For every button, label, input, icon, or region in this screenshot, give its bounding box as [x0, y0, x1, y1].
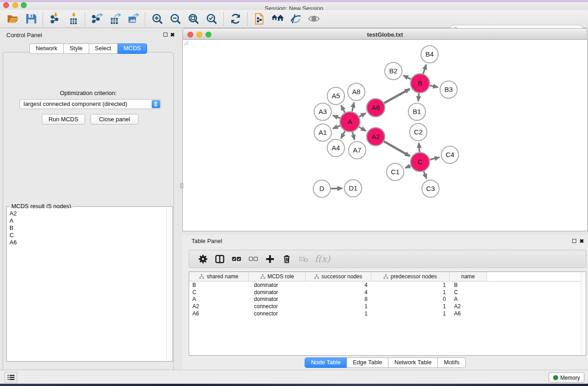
- tab-network-table[interactable]: Network Table: [388, 357, 438, 368]
- table-cell[interactable]: 1: [371, 310, 449, 317]
- table-cell[interactable]: dominator: [249, 289, 306, 296]
- table-cell[interactable]: dominator: [249, 295, 306, 303]
- node-D1[interactable]: D1: [344, 180, 362, 197]
- tab-select[interactable]: Select: [89, 43, 118, 54]
- tab-style[interactable]: Style: [64, 43, 89, 54]
- table-row[interactable]: Bdominator41B: [189, 281, 586, 289]
- zoom-in-button[interactable]: [148, 11, 166, 27]
- table-float-panel-icon[interactable]: [572, 239, 576, 243]
- table-cell[interactable]: 0: [371, 295, 449, 303]
- network-from-file-button[interactable]: [250, 11, 268, 27]
- tab-mcds[interactable]: MCDS: [118, 43, 147, 54]
- split-view-button[interactable]: [211, 252, 228, 266]
- export-image-button[interactable]: [124, 11, 142, 27]
- open-session-button[interactable]: [4, 11, 22, 27]
- delete-column-button[interactable]: [278, 252, 295, 266]
- mcds-result-item[interactable]: A: [10, 217, 166, 224]
- table-cell[interactable]: 1: [306, 303, 371, 310]
- table-cell[interactable]: 1: [306, 310, 371, 317]
- node-C[interactable]: C: [411, 152, 430, 172]
- column-header-successor-nodes[interactable]: successor nodes: [306, 272, 371, 281]
- node-B2[interactable]: B2: [385, 62, 402, 80]
- table-cell[interactable]: A: [189, 295, 249, 303]
- node-C3[interactable]: C3: [422, 180, 439, 197]
- show-hide-eye-button[interactable]: [305, 11, 323, 27]
- node-B3[interactable]: B3: [440, 81, 457, 98]
- node-A5[interactable]: A5: [327, 87, 344, 105]
- import-table-button[interactable]: [64, 11, 82, 27]
- add-column-button[interactable]: [262, 252, 278, 266]
- mcds-result-item[interactable]: A6: [10, 239, 166, 246]
- mcds-result-item[interactable]: A2: [10, 210, 166, 217]
- table-cell[interactable]: B: [449, 281, 487, 289]
- close-panel-icon[interactable]: ✖: [170, 32, 175, 38]
- node-A7[interactable]: A7: [349, 142, 366, 159]
- column-header-MCDS-role[interactable]: MCDS role: [249, 272, 306, 281]
- node-A[interactable]: A: [340, 112, 360, 132]
- float-panel-icon[interactable]: [163, 33, 167, 37]
- deselect-all-checkboxes-button[interactable]: [245, 252, 262, 266]
- mcds-result-item[interactable]: C: [10, 232, 166, 239]
- node-D[interactable]: D: [313, 180, 330, 197]
- table-cell[interactable]: connector: [249, 303, 306, 310]
- node-A4[interactable]: A4: [327, 139, 344, 157]
- table-cell[interactable]: connector: [249, 310, 306, 317]
- close-panel-button[interactable]: Close panel: [91, 114, 139, 124]
- node-C2[interactable]: C2: [410, 124, 427, 141]
- table-cell[interactable]: C: [449, 289, 487, 296]
- node-A3[interactable]: A3: [314, 103, 331, 120]
- column-header-shared-name[interactable]: shared name: [189, 272, 249, 281]
- save-session-button[interactable]: [22, 11, 40, 27]
- table-row[interactable]: Adominator80A: [189, 295, 586, 303]
- table-cell[interactable]: B: [189, 281, 249, 289]
- column-header-name[interactable]: name: [449, 272, 487, 281]
- tab-node-table[interactable]: Node Table: [305, 357, 347, 368]
- toggle-graphics-details-button[interactable]: [287, 11, 305, 27]
- tab-network[interactable]: Network: [29, 43, 64, 54]
- export-table-button[interactable]: [106, 11, 124, 27]
- node-C4[interactable]: C4: [441, 146, 459, 163]
- column-header-predecessor-nodes[interactable]: predecessor nodes: [371, 272, 449, 281]
- zoom-selected-button[interactable]: [202, 11, 220, 27]
- network-canvas[interactable]: B4B2BB3B1A5A8A3A6AA1A4A7A2C2CC4C1C3DD1: [182, 40, 588, 231]
- table-cell[interactable]: A2: [449, 303, 487, 310]
- tab-motifs[interactable]: Motifs: [438, 357, 466, 368]
- table-cell[interactable]: 1: [371, 289, 449, 296]
- import-network-button[interactable]: [46, 11, 64, 27]
- table-cell[interactable]: A6: [189, 310, 249, 317]
- export-network-button[interactable]: [88, 11, 106, 27]
- result-scrollbar[interactable]: [166, 207, 172, 361]
- panel-splitter-handle[interactable]: [180, 183, 183, 188]
- node-B[interactable]: B: [411, 74, 430, 93]
- table-close-panel-icon[interactable]: ✖: [579, 238, 584, 244]
- zoom-fit-button[interactable]: [184, 11, 202, 27]
- node-B4[interactable]: B4: [421, 46, 438, 63]
- node-A1[interactable]: A1: [314, 124, 331, 141]
- node-A2[interactable]: A2: [367, 128, 385, 146]
- memory-button[interactable]: Memory: [549, 372, 584, 383]
- node-B1[interactable]: B1: [408, 103, 425, 120]
- table-row[interactable]: A2connector11A2: [189, 303, 586, 310]
- table-cell[interactable]: 1: [371, 303, 449, 310]
- select-all-checkboxes-button[interactable]: [228, 252, 245, 266]
- settings-gear-button[interactable]: [195, 252, 211, 266]
- tab-edge-table[interactable]: Edge Table: [347, 357, 388, 368]
- mcds-result-item[interactable]: B: [10, 224, 166, 232]
- table-row[interactable]: A6connector11A6: [189, 310, 586, 317]
- node-C1[interactable]: C1: [387, 163, 404, 181]
- home-view-button[interactable]: [268, 11, 287, 27]
- run-mcds-button[interactable]: Run MCDS: [42, 114, 85, 124]
- criterion-dropdown[interactable]: largest connected component (directed): [19, 99, 161, 109]
- table-cell[interactable]: dominator: [249, 281, 306, 289]
- table-cell[interactable]: A2: [189, 303, 249, 310]
- zoom-out-button[interactable]: [166, 11, 184, 27]
- table-cell[interactable]: 1: [371, 281, 449, 289]
- refresh-network-button[interactable]: [226, 11, 244, 27]
- table-row[interactable]: Cdominator41C: [189, 289, 586, 296]
- resize-grip-icon[interactable]: [183, 40, 188, 45]
- node-A6[interactable]: A6: [367, 99, 385, 117]
- table-cell[interactable]: 4: [306, 281, 371, 289]
- task-history-button[interactable]: [5, 372, 17, 383]
- table-scrollbar[interactable]: [581, 272, 585, 355]
- table-cell[interactable]: 8: [306, 295, 371, 303]
